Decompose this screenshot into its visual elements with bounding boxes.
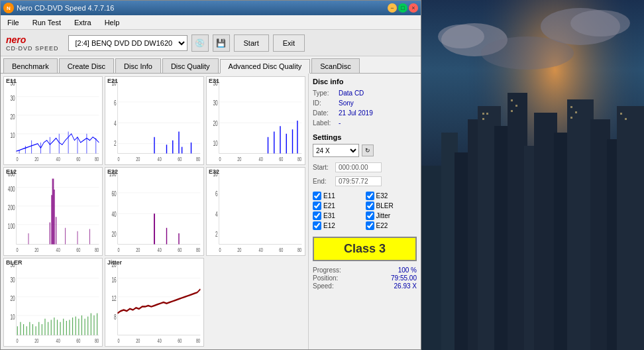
disc-date-value: 21 Jul 2019	[339, 109, 373, 117]
minimize-button[interactable]: −	[388, 3, 397, 13]
svg-point-203	[438, 25, 484, 48]
exit-button[interactable]: Exit	[273, 34, 305, 52]
cb-e12-row: E12	[313, 221, 364, 230]
cb-e11-row: E11	[313, 192, 364, 200]
svg-text:0: 0	[219, 155, 221, 162]
svg-text:30: 30	[10, 276, 15, 284]
cb-e11[interactable]	[313, 192, 321, 200]
menu-run-test[interactable]: Run Test	[28, 17, 65, 28]
svg-text:0: 0	[17, 246, 19, 253]
cb-e32-label: E32	[376, 192, 388, 200]
svg-text:80: 80	[297, 155, 302, 162]
svg-text:20: 20	[136, 246, 140, 253]
cb-jitter[interactable]	[366, 211, 374, 220]
chart-e22: E22 100 60 40 20 0 20 40 60 80	[105, 167, 204, 256]
disc-info-panel: Disc info Type: Data CD ID: Sony Date: 2…	[308, 74, 421, 349]
disc-type-label: Type:	[313, 89, 336, 97]
svg-rect-191	[482, 113, 484, 115]
svg-text:30: 30	[10, 94, 15, 102]
tab-scan-disc[interactable]: ScanDisc	[311, 58, 359, 73]
svg-text:100: 100	[8, 223, 15, 231]
cb-bler[interactable]	[366, 202, 374, 210]
svg-text:20: 20	[237, 246, 242, 253]
svg-rect-185	[534, 113, 557, 350]
cb-bler-row: BLER	[366, 202, 417, 210]
disc-icon-button[interactable]: 💿	[191, 34, 209, 52]
svg-text:2: 2	[114, 139, 117, 147]
menu-help[interactable]: Help	[101, 17, 124, 28]
save-icon-button[interactable]: 💾	[213, 34, 230, 52]
svg-text:10: 10	[213, 139, 217, 147]
refresh-button[interactable]: ↻	[362, 145, 374, 156]
svg-text:0: 0	[118, 155, 120, 162]
menu-file[interactable]: File	[3, 17, 23, 28]
svg-text:20: 20	[34, 246, 39, 253]
speed-label: Speed:	[313, 282, 334, 290]
city-background: Advanced Disc Quality Test - Statistics …	[421, 0, 644, 350]
end-time-label: End:	[313, 178, 333, 185]
svg-text:80: 80	[196, 337, 201, 344]
progress-label: Progress:	[313, 266, 341, 274]
tab-create-disc[interactable]: Create Disc	[59, 58, 114, 73]
svg-text:0: 0	[17, 155, 19, 162]
svg-text:8: 8	[114, 314, 117, 321]
chart-e32: E32 10 6 4 2 0 20 40 60 80	[206, 167, 305, 256]
disc-id-value: Sony	[339, 99, 354, 107]
svg-text:60: 60	[178, 155, 182, 162]
svg-text:20: 20	[34, 337, 39, 344]
svg-rect-193	[482, 118, 484, 120]
svg-text:20: 20	[111, 230, 116, 238]
close-button[interactable]: ×	[409, 3, 418, 13]
svg-text:20: 20	[10, 113, 15, 121]
cb-e31-label: E31	[323, 212, 335, 219]
start-time-label: Start:	[313, 164, 333, 171]
tab-disc-info[interactable]: Disc Info	[115, 58, 161, 73]
svg-text:20: 20	[213, 119, 217, 127]
svg-text:60: 60	[76, 155, 81, 162]
menu-extra[interactable]: Extra	[70, 17, 95, 28]
svg-text:2: 2	[215, 230, 218, 238]
cb-e32[interactable]	[366, 192, 374, 200]
chart-e12-label: E12	[6, 168, 17, 175]
speed-select[interactable]: 24 X 48 X	[313, 144, 359, 157]
svg-rect-0	[4, 77, 102, 164]
svg-text:60: 60	[279, 155, 284, 162]
class-badge: Class 3	[313, 237, 417, 261]
disc-date-label: Date:	[313, 109, 336, 117]
svg-text:60: 60	[178, 246, 182, 253]
svg-rect-201	[625, 118, 627, 120]
toolbar: nero CD·DVD SPEED [2:4] BENQ DVD DD DW16…	[1, 30, 421, 56]
svg-text:20: 20	[10, 294, 15, 302]
svg-text:60: 60	[279, 246, 284, 253]
svg-text:80: 80	[297, 246, 302, 253]
svg-text:6: 6	[114, 99, 117, 107]
chart-bler-label: BLER	[6, 259, 23, 266]
cb-e21[interactable]	[313, 202, 321, 210]
checkboxes-grid: E11 E32 E21 BLER E31	[313, 192, 417, 230]
svg-rect-197	[570, 106, 572, 108]
maximize-button[interactable]: □	[398, 3, 407, 13]
cb-jitter-row: Jitter	[366, 211, 417, 220]
svg-rect-190	[617, 106, 644, 350]
position-value: 79:55.00	[391, 274, 417, 282]
cb-jitter-label: Jitter	[376, 212, 391, 219]
disc-label-label: Label:	[313, 119, 336, 127]
svg-text:80: 80	[95, 246, 99, 253]
cb-e31[interactable]	[313, 211, 321, 220]
disc-id-row: ID: Sony	[313, 99, 417, 107]
start-button[interactable]: Start	[234, 34, 269, 52]
drive-dropdown[interactable]: [2:4] BENQ DVD DD DW1620 B7W9	[68, 35, 188, 51]
tab-disc-quality[interactable]: Disc Quality	[162, 58, 219, 73]
svg-rect-107	[207, 168, 305, 255]
tab-advanced-disc-quality[interactable]: Advanced Disc Quality	[220, 59, 311, 74]
svg-text:20: 20	[136, 337, 140, 344]
chart-e12: E12 600 400 200 100 0 20 40 60 80	[3, 167, 103, 256]
cb-e22[interactable]	[366, 221, 374, 230]
position-label: Position:	[313, 274, 338, 282]
svg-text:16: 16	[111, 276, 116, 284]
nero-app-window: N Nero CD-DVD Speed 4.7.7.16 − □ × File …	[0, 0, 421, 350]
tab-benchmark[interactable]: Benchmark	[3, 58, 58, 73]
cb-e12[interactable]	[313, 221, 321, 230]
svg-text:10: 10	[10, 132, 15, 140]
svg-rect-200	[620, 113, 622, 115]
